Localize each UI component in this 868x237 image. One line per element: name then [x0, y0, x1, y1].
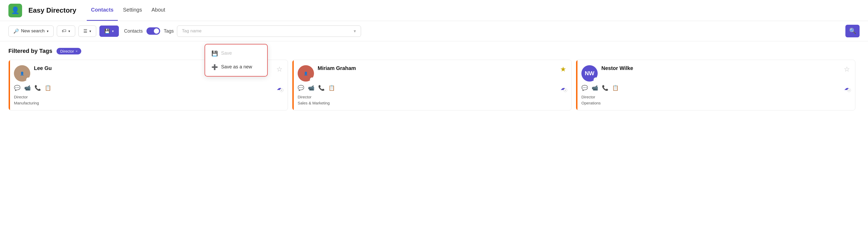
- cloud-icon-miriam[interactable]: ☁ ×: [560, 85, 566, 92]
- logo-icon: 👤: [11, 6, 20, 14]
- card-actions-nestor: 💬 📹 📞 📋 ☁ ×: [581, 85, 850, 92]
- avatar-lee: 👤 ×: [14, 65, 30, 82]
- nav-settings[interactable]: Settings: [119, 0, 146, 21]
- card-actions-lee: 💬 📹 📞 📋 ☁ ×: [14, 85, 282, 92]
- calendar-icon-miriam[interactable]: 📋: [329, 85, 335, 92]
- card-name-area-miriam: Miriam Graham: [318, 65, 556, 72]
- filter-title: Filtered by Tags: [8, 48, 52, 55]
- card-name-miriam: Miriam Graham: [318, 65, 556, 71]
- save-option-icon: 💾: [211, 50, 218, 57]
- toolbar: 🔎 New search ▾ 🏷 ▾ ☰ ▾ 💾 ▾ 💾 Save ➕ Save…: [0, 21, 868, 41]
- contacts-toggle-label: Contacts: [124, 28, 143, 34]
- director-tag-badge: Director ×: [57, 48, 81, 55]
- card-actions-miriam: 💬 📹 📞 📋 ☁ ×: [298, 85, 566, 92]
- main-content: Filtered by Tags Director × 👤 × Lee Gu: [0, 41, 868, 117]
- chat-icon-miriam[interactable]: 💬: [298, 85, 304, 92]
- new-search-button[interactable]: 🔎 New search ▾: [8, 26, 54, 37]
- filter-header: Filtered by Tags Director ×: [8, 48, 860, 55]
- new-search-icon: 🔎: [13, 28, 19, 34]
- phone-icon-lee[interactable]: 📞: [34, 85, 41, 92]
- save-as-new-icon: ➕: [211, 64, 218, 70]
- cloud-icon-lee[interactable]: ☁ ×: [277, 85, 282, 92]
- card-role-lee: Director Manufacturing: [14, 94, 282, 106]
- app-header: 👤 Easy Directory Contacts Settings About: [0, 0, 868, 21]
- card-role-miriam: Director Sales & Marketing: [298, 94, 566, 106]
- star-nestor[interactable]: ☆: [844, 65, 850, 73]
- save-as-new-option[interactable]: ➕ Save as a new: [205, 60, 267, 74]
- nav-contacts[interactable]: Contacts: [87, 0, 118, 21]
- avatar-remove-lee[interactable]: ×: [26, 77, 30, 82]
- tag-name-placeholder: Tag name: [182, 28, 202, 34]
- video-icon-miriam[interactable]: 📹: [308, 85, 314, 92]
- card-name-nestor: Nestor Wilke: [601, 65, 840, 71]
- search-icon: 🔍: [849, 28, 856, 34]
- star-lee[interactable]: ☆: [276, 65, 282, 73]
- contact-card-nestor: NW × Nestor Wilke ☆ 💬 📹 📞 📋 ☁ × Dir: [576, 60, 856, 111]
- new-search-chevron-icon: ▾: [47, 29, 49, 33]
- contact-card-miriam: 👤 × Miriam Graham ★ 💬 📹 📞 📋 ☁ ×: [292, 60, 572, 111]
- card-header-miriam: 👤 × Miriam Graham ★: [298, 65, 566, 82]
- avatar-miriam: 👤 ×: [298, 65, 314, 82]
- tags-label: Tags: [164, 28, 174, 34]
- video-icon-nestor[interactable]: 📹: [592, 85, 598, 92]
- tag-name-dropdown[interactable]: Tag name ▾: [177, 26, 361, 37]
- nav-about[interactable]: About: [147, 0, 169, 21]
- save-dropdown-wrapper: 💾 ▾ 💾 Save ➕ Save as a new: [99, 26, 119, 37]
- list-toolbar-button[interactable]: ☰ ▾: [79, 26, 96, 37]
- phone-icon-miriam[interactable]: 📞: [318, 85, 325, 92]
- card-name-area-nestor: Nestor Wilke: [601, 65, 840, 72]
- main-nav: Contacts Settings About: [87, 0, 169, 21]
- avatar-remove-nestor[interactable]: ×: [593, 77, 598, 82]
- phone-icon-nestor[interactable]: 📞: [602, 85, 609, 92]
- save-chevron-icon: ▾: [112, 29, 114, 33]
- contacts-grid: 👤 × Lee Gu ☆ 💬 📹 📞 📋 ☁ ×: [8, 60, 860, 111]
- search-button[interactable]: 🔍: [845, 25, 860, 37]
- second-toolbar-button[interactable]: 🏷 ▾: [57, 26, 75, 36]
- app-title: Easy Directory: [28, 6, 76, 14]
- second-chevron-icon: ▾: [68, 29, 70, 33]
- card-role-nestor: Director Operations: [581, 94, 850, 106]
- chat-icon-lee[interactable]: 💬: [14, 85, 21, 92]
- calendar-icon-lee[interactable]: 📋: [45, 85, 51, 92]
- list-icon: ☰: [83, 28, 87, 34]
- contacts-toggle[interactable]: [147, 27, 160, 35]
- remove-director-tag-button[interactable]: ×: [76, 49, 78, 53]
- star-miriam[interactable]: ★: [560, 65, 566, 73]
- save-icon: 💾: [104, 28, 110, 34]
- video-icon-lee[interactable]: 📹: [24, 85, 31, 92]
- save-dropdown-button[interactable]: 💾 ▾: [99, 26, 119, 37]
- calendar-icon-nestor[interactable]: 📋: [612, 85, 619, 92]
- avatar-nestor: NW ×: [581, 65, 598, 82]
- tag-name-chevron-icon: ▾: [354, 28, 356, 34]
- avatar-remove-miriam[interactable]: ×: [310, 77, 314, 82]
- contacts-toggle-area: Contacts Tags: [124, 27, 174, 35]
- cloud-icon-nestor[interactable]: ☁ ×: [844, 85, 850, 92]
- chat-icon-nestor[interactable]: 💬: [581, 85, 588, 92]
- list-chevron-icon: ▾: [89, 29, 91, 33]
- save-dropdown-menu: 💾 Save ➕ Save as a new: [205, 44, 268, 77]
- card-header-nestor: NW × Nestor Wilke ☆: [581, 65, 850, 82]
- app-logo: 👤: [8, 4, 22, 17]
- person-tag-icon: 🏷: [62, 28, 66, 34]
- save-option: 💾 Save: [205, 47, 267, 60]
